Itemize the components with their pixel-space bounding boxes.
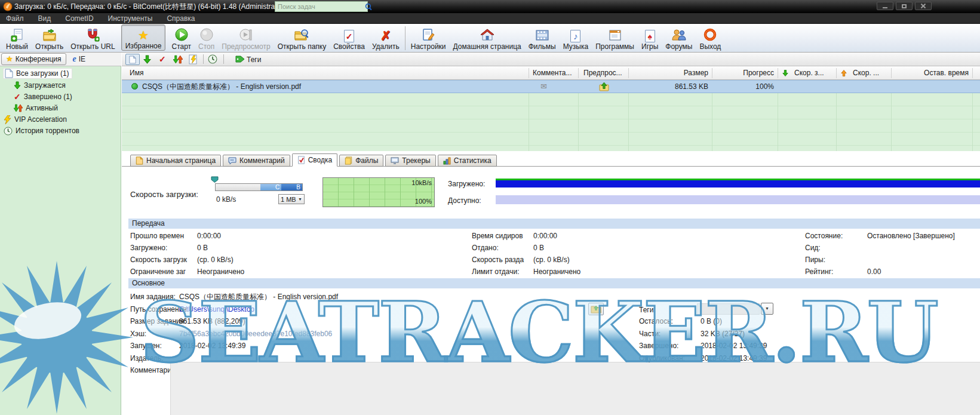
filter-history-button[interactable]: [208, 54, 217, 64]
preview-cell-icon[interactable]: [599, 82, 609, 91]
menu-help[interactable]: Справка: [167, 14, 195, 23]
open-url-button[interactable]: Открыть URL: [67, 24, 118, 51]
tags-icon: [235, 55, 245, 63]
column-name[interactable]: Имя: [130, 69, 143, 78]
sidebar-item-completed[interactable]: ✓ Завершено (1): [14, 91, 72, 102]
tab-trackers[interactable]: Трекеры: [385, 155, 435, 167]
filter-active-button[interactable]: [173, 55, 183, 64]
delete-button[interactable]: ✗ Удалить: [368, 24, 403, 51]
hash-value: 7b4f56a3ebc420bb00eeedee37e10fed883feb06: [179, 330, 332, 339]
menu-view[interactable]: Вид: [38, 14, 51, 23]
sidebar-tab-row: ★ Конференция e IE: [0, 53, 121, 66]
sidebar-item-vip-acceleration[interactable]: VIP Acceleration: [4, 114, 67, 125]
app-window-icon: [608, 28, 622, 42]
favorites-button[interactable]: ★ Избранное: [121, 24, 166, 51]
comments-area[interactable]: [170, 362, 980, 415]
task-size-cell[interactable]: 861.53 KB: [631, 82, 708, 91]
sidebar-item-all-downloads[interactable]: Все загрузки (1): [3, 68, 72, 79]
home-icon: [480, 28, 494, 42]
window-controls: [877, 2, 932, 10]
column-comment[interactable]: Коммента...: [533, 69, 572, 78]
slider-marker-icon[interactable]: [211, 176, 219, 183]
green-down-arrow-icon: [14, 81, 21, 90]
sidebar-tab-conference[interactable]: ★ Конференция: [1, 53, 66, 65]
download-limit-label: Ограничение заг: [130, 268, 186, 276]
column-separator[interactable]: [712, 68, 712, 78]
filter-all-tasks-button[interactable]: [125, 54, 140, 65]
open-download-folder-button[interactable]: Открыть папку: [274, 24, 330, 51]
sidebar-item-all-downloads-label: Все загрузки (1): [16, 69, 69, 78]
column-separator[interactable]: [578, 68, 579, 78]
properties-button[interactable]: ✓ Свойства: [330, 24, 368, 51]
status-label: Состояние:: [805, 232, 843, 241]
forums-button[interactable]: Форумы: [662, 24, 696, 51]
maximize-button[interactable]: [896, 2, 913, 10]
filter-vip-button[interactable]: [189, 54, 198, 64]
tab-files[interactable]: Файлы: [339, 155, 383, 167]
menu-cometid[interactable]: CometID: [65, 14, 93, 23]
available-pieces-bar: [496, 195, 980, 204]
sidebar-item-active[interactable]: Активный: [14, 103, 58, 113]
music-button[interactable]: ♪ Музыка: [560, 24, 592, 51]
tab-statistics[interactable]: Статистика: [438, 155, 497, 167]
save-path-link[interactable]: C:\Users\sunqi\Desktop: [179, 305, 254, 314]
column-progress[interactable]: Прогресс: [714, 69, 774, 78]
task-name-cell[interactable]: CSQS（中国造船质量标准） - English version.pdf: [142, 82, 301, 91]
minimize-button[interactable]: [877, 2, 893, 10]
column-separator[interactable]: [972, 68, 973, 78]
maximize-icon: [902, 4, 907, 8]
exit-button[interactable]: Выход: [696, 24, 724, 51]
sidebar-tab-ie[interactable]: e IE: [69, 53, 90, 65]
task-size-value: 861.53 KB (882,209): [179, 317, 245, 326]
column-separator[interactable]: [836, 68, 837, 78]
programs-button[interactable]: Программы: [592, 24, 638, 51]
start-page-icon: [136, 156, 143, 165]
games-button[interactable]: ♠ Игры: [638, 24, 662, 51]
bitcomet-app-icon: [3, 2, 13, 11]
movies-button[interactable]: Фильмы: [525, 24, 560, 51]
tags-field[interactable]: [697, 303, 760, 315]
tags-dropdown-button[interactable]: ▼: [761, 303, 773, 315]
column-preview[interactable]: Предпрос...: [583, 69, 622, 78]
settings-icon: [421, 28, 435, 42]
column-separator[interactable]: [628, 68, 629, 78]
speed-limit-dropdown[interactable]: 1 MB ▼: [278, 194, 305, 204]
homepage-button[interactable]: Домашняя страница: [450, 24, 525, 51]
speed-limit-slider[interactable]: C B: [215, 183, 303, 191]
column-upload-speed[interactable]: Скор. ...: [853, 69, 879, 78]
started-value: 2018-02-02 13:49:39: [179, 342, 245, 351]
close-button[interactable]: [915, 2, 932, 10]
column-separator[interactable]: [891, 68, 892, 78]
sidebar-item-downloading[interactable]: Загружается: [14, 80, 66, 91]
start-button[interactable]: Старт: [168, 24, 195, 51]
menu-tools[interactable]: Инструменты: [108, 14, 153, 23]
comment-envelope-icon[interactable]: ✉: [540, 82, 547, 90]
column-separator[interactable]: [529, 68, 529, 78]
task-search-input[interactable]: [275, 3, 365, 10]
slider-segment-free: [216, 184, 260, 190]
open-url-label: Открыть URL: [70, 43, 115, 51]
search-icon[interactable]: [365, 3, 373, 11]
column-separator[interactable]: [778, 68, 778, 78]
column-download-speed[interactable]: Скор. з...: [794, 69, 824, 78]
column-size[interactable]: Размер: [631, 69, 708, 78]
tab-start-page[interactable]: Начальная страница: [130, 155, 221, 167]
filter-completed-button[interactable]: ✓: [159, 55, 166, 63]
tab-summary[interactable]: Сводка: [292, 153, 338, 167]
sidebar-item-torrent-history[interactable]: История торрентов: [4, 125, 79, 136]
tags-filter-label[interactable]: Теги: [247, 56, 261, 64]
filter-downloading-button[interactable]: [143, 55, 151, 64]
tab-comment[interactable]: Комментарий: [223, 155, 290, 167]
available-bar-label: Доступно:: [448, 196, 481, 205]
settings-button[interactable]: Настройки: [407, 24, 450, 51]
sidebar-tab-conference-label: Конференция: [16, 55, 62, 63]
star-icon: ★: [6, 55, 13, 63]
column-time-left[interactable]: Остав. время: [891, 69, 969, 78]
new-task-label: Новый: [6, 43, 28, 51]
open-save-folder-button[interactable]: [588, 303, 604, 315]
task-progress-cell[interactable]: 100%: [714, 82, 774, 91]
open-button[interactable]: Открыть: [32, 24, 67, 51]
ie-icon: e: [73, 55, 76, 63]
menu-file[interactable]: Файл: [6, 14, 24, 23]
new-task-button[interactable]: Новый: [2, 24, 32, 51]
